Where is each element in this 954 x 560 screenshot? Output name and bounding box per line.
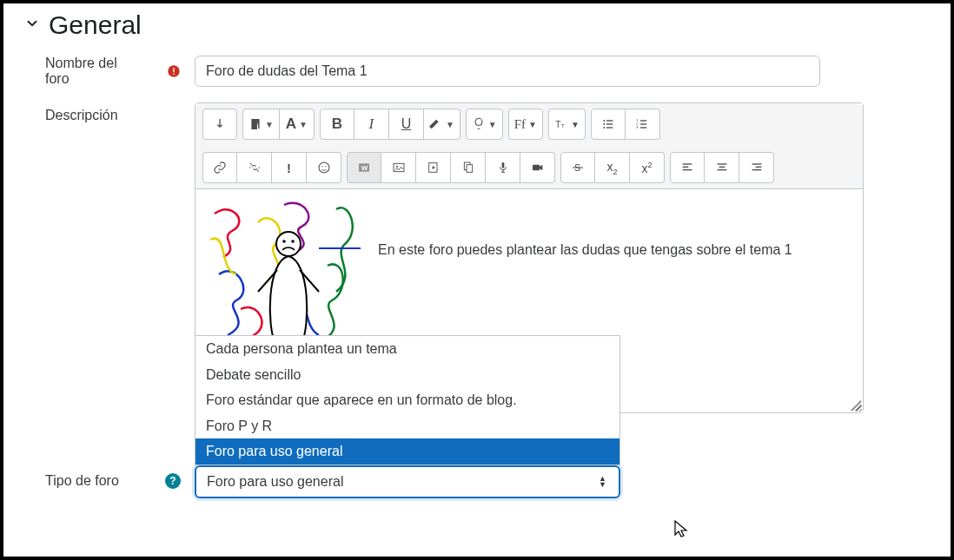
svg-rect-2 <box>173 74 174 75</box>
svg-rect-34 <box>717 163 726 164</box>
svg-rect-38 <box>755 167 761 168</box>
toolbar-toggle-button[interactable] <box>202 109 237 140</box>
forum-type-option[interactable]: Foro estándar que aparece en un formato … <box>195 387 619 413</box>
svg-rect-33 <box>683 169 692 170</box>
font-color-button[interactable]: A▼ <box>280 109 315 140</box>
svg-point-41 <box>282 240 286 243</box>
section-title: General <box>49 10 142 40</box>
important-button[interactable]: ! <box>272 152 307 183</box>
microphone-button[interactable] <box>486 152 520 183</box>
forum-type-selected-value: Foro para uso general <box>207 474 343 490</box>
forum-type-dropdown-panel: Cada persona plantea un tema Debate senc… <box>195 335 620 465</box>
align-center-button[interactable] <box>705 152 739 183</box>
svg-point-6 <box>603 123 605 125</box>
files-button[interactable] <box>451 152 486 183</box>
subscript-button[interactable]: x2 <box>595 152 630 183</box>
font-size-button[interactable]: TT▼ <box>548 109 586 140</box>
required-icon <box>167 63 181 79</box>
italic-button[interactable]: I <box>354 109 389 140</box>
svg-point-5 <box>603 120 605 122</box>
paragraph-style-button[interactable]: ▼ <box>242 109 280 140</box>
editor-toolbar: ▼ A▼ B I U ▼ <box>195 103 863 188</box>
strikethrough-button[interactable]: S <box>560 152 595 183</box>
svg-point-18 <box>321 166 322 167</box>
video-button[interactable] <box>520 152 555 183</box>
underline-button[interactable]: U <box>389 109 424 140</box>
forum-name-input[interactable] <box>195 56 820 87</box>
svg-rect-15 <box>640 123 646 124</box>
svg-rect-31 <box>683 163 692 164</box>
section-general-header[interactable]: General <box>24 10 930 40</box>
forum-name-label: Nombre del foro <box>45 56 129 87</box>
chevron-down-icon <box>24 16 40 36</box>
media-button[interactable] <box>416 152 451 183</box>
svg-rect-14 <box>640 120 646 121</box>
cursor-icon <box>672 519 690 540</box>
svg-text:W: W <box>361 164 368 172</box>
help-icon[interactable]: ? <box>165 473 181 489</box>
forum-type-option[interactable]: Foro para uso general <box>195 438 619 464</box>
svg-point-17 <box>319 162 329 173</box>
link-button[interactable] <box>202 152 237 183</box>
forum-type-option[interactable]: Cada persona plantea un tema <box>195 336 619 362</box>
svg-rect-9 <box>606 123 613 124</box>
field-row-forum-name: Nombre del foro <box>24 56 930 87</box>
svg-rect-16 <box>640 127 646 128</box>
description-label: Descripción <box>45 108 118 123</box>
accessibility-button[interactable]: ▼ <box>466 109 503 140</box>
unlink-button[interactable] <box>237 152 272 183</box>
emoji-button[interactable] <box>307 152 341 183</box>
highlight-button[interactable]: ▼ <box>424 109 460 140</box>
align-right-button[interactable] <box>739 152 774 183</box>
word-paste-button[interactable]: W <box>347 152 381 183</box>
svg-text:T: T <box>555 120 560 129</box>
svg-rect-39 <box>752 169 761 170</box>
svg-text:T: T <box>561 123 565 128</box>
svg-rect-8 <box>606 120 613 121</box>
number-list-button[interactable]: 123 <box>626 109 660 140</box>
superscript-button[interactable]: x2 <box>630 152 665 183</box>
image-button[interactable] <box>381 152 416 183</box>
bullet-list-button[interactable] <box>591 109 626 140</box>
field-label: Nombre del foro <box>24 56 181 87</box>
svg-text:3: 3 <box>637 125 639 129</box>
select-arrows-icon: ▲▼ <box>599 476 606 488</box>
svg-rect-28 <box>533 165 540 171</box>
forum-type-option[interactable]: Debate sencillo <box>195 362 619 388</box>
description-body-text: En este foro puedes plantear las dudas q… <box>378 196 852 260</box>
svg-point-42 <box>291 240 295 243</box>
svg-point-23 <box>396 166 398 168</box>
svg-point-7 <box>603 127 605 128</box>
svg-rect-10 <box>606 127 613 128</box>
align-left-button[interactable] <box>670 152 705 183</box>
bold-button[interactable]: B <box>320 109 354 140</box>
svg-point-19 <box>325 166 326 167</box>
resize-handle-icon[interactable] <box>851 400 861 411</box>
forum-type-select[interactable]: Foro para uso general ▲▼ <box>195 465 620 498</box>
svg-point-40 <box>276 232 301 256</box>
svg-rect-26 <box>467 165 473 173</box>
field-row-forum-type: Tipo de foro ? Cada persona plantea un t… <box>24 465 930 498</box>
svg-rect-27 <box>501 162 504 168</box>
svg-rect-36 <box>717 169 726 170</box>
svg-rect-35 <box>719 167 725 168</box>
forum-type-label: Tipo de foro <box>45 473 119 489</box>
svg-rect-32 <box>683 167 689 168</box>
forum-type-option[interactable]: Foro P y R <box>195 413 619 439</box>
font-family-button[interactable]: Ff▼ <box>508 109 543 140</box>
svg-rect-1 <box>173 68 174 72</box>
svg-rect-37 <box>752 163 761 164</box>
field-label: Descripción <box>24 102 181 134</box>
field-label: Tipo de foro ? <box>24 465 181 497</box>
